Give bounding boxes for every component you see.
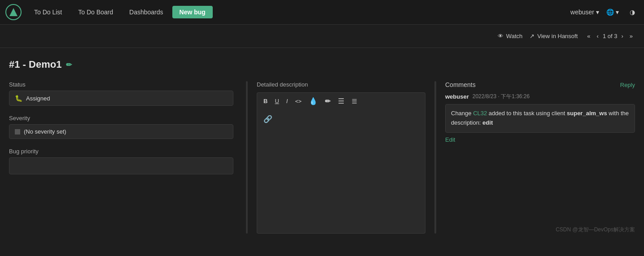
issue-title-row: #1 - Demo1 ✏ <box>9 59 635 70</box>
watch-label: Watch <box>506 33 522 39</box>
pagination-label: 1 of 3 <box>603 33 618 39</box>
status-value[interactable]: 🐛 Assigned <box>9 91 233 106</box>
comment-desc: edit <box>482 119 493 126</box>
bug-icon: 🐛 <box>15 95 22 102</box>
comment-timestamp: 2022/8/23 · 下午1:36:26 <box>473 93 530 100</box>
nav-item-dashboards[interactable]: Dashboards <box>122 6 171 18</box>
nav-items: To Do List To Do Board Dashboards New bu… <box>27 6 570 18</box>
right-column: Comments Reply webuser 2022/8/23 · 下午1:3… <box>440 81 635 234</box>
prev-page-button[interactable]: ‹ <box>595 32 601 40</box>
eraser-button[interactable]: ✏ <box>322 96 333 107</box>
chevron-down-icon: ▾ <box>596 9 599 16</box>
description-label: Detailed description <box>257 81 425 88</box>
right-divider <box>434 81 436 234</box>
logo[interactable] <box>5 4 22 20</box>
theme-icon: ◑ <box>630 9 635 16</box>
comment-client-name: super_alm_ws <box>567 110 607 117</box>
status-field: Status 🐛 Assigned <box>9 81 233 106</box>
top-navigation: To Do List To Do Board Dashboards New bu… <box>0 0 644 25</box>
comments-title: Comments <box>445 81 476 88</box>
theme-toggle-button[interactable]: ◑ <box>626 7 639 17</box>
link-button[interactable]: 🔗 <box>262 114 421 124</box>
left-divider <box>246 81 248 234</box>
nav-right: webuser ▾ 🌐 ▾ ◑ <box>570 7 639 17</box>
editor-toolbar: B U I <> 💧 ✏ ☰ ≣ <box>257 92 425 109</box>
comment-body: Change CL32 added to this task using cli… <box>445 104 635 133</box>
reply-button[interactable]: Reply <box>620 82 635 88</box>
watch-button[interactable]: 👁 Watch <box>498 33 522 39</box>
editor-body[interactable]: 🔗 <box>257 109 425 234</box>
severity-value[interactable]: (No severity set) <box>9 124 233 139</box>
underline-button[interactable]: U <box>272 96 281 106</box>
unordered-list-button[interactable]: ☰ <box>335 95 347 107</box>
left-column: Status 🐛 Assigned Severity (No severity … <box>9 81 242 234</box>
color-drop-button[interactable]: 💧 <box>306 95 320 107</box>
issue-title: #1 - Demo1 <box>9 59 61 70</box>
middle-column: Detailed description B U I <> 💧 ✏ ☰ ≣ 🔗 <box>251 81 431 234</box>
next-page-button[interactable]: › <box>619 32 625 40</box>
priority-field: Bug priority <box>9 148 233 174</box>
severity-field: Severity (No severity set) <box>9 115 233 139</box>
comment-username: webuser <box>445 93 469 100</box>
comment-cl-link[interactable]: CL32 <box>473 110 487 117</box>
nav-item-todo-list[interactable]: To Do List <box>27 6 69 18</box>
comment-edit-button[interactable]: Edit <box>445 136 635 143</box>
comment-text-middle: added to this task using client <box>487 110 567 117</box>
code-button[interactable]: <> <box>292 97 304 106</box>
edit-title-icon[interactable]: ✏ <box>66 61 72 69</box>
bold-button[interactable]: B <box>261 96 270 106</box>
view-label: View in Hansoft <box>537 33 578 39</box>
italic-button[interactable]: I <box>284 96 291 106</box>
user-menu[interactable]: webuser ▾ <box>570 9 599 16</box>
view-in-hansoft-button[interactable]: ↗ View in Hansoft <box>530 33 578 39</box>
comment-meta: webuser 2022/8/23 · 下午1:36:26 <box>445 93 635 100</box>
main-content: #1 - Demo1 ✏ Status 🐛 Assigned Severity … <box>0 48 644 243</box>
comment-text-prefix: Change <box>451 110 473 117</box>
logo-icon <box>9 8 18 16</box>
toolbar-row: 👁 Watch ↗ View in Hansoft « ‹ 1 of 3 › » <box>0 25 644 48</box>
nav-item-todo-board[interactable]: To Do Board <box>71 6 120 18</box>
eye-icon: 👁 <box>498 33 504 39</box>
globe-button[interactable]: 🌐 ▾ <box>603 7 622 17</box>
severity-text: (No severity set) <box>24 128 66 135</box>
last-page-button[interactable]: » <box>627 32 635 40</box>
priority-value[interactable] <box>9 157 233 174</box>
status-label: Status <box>9 81 233 88</box>
watermark: CSDN @龙智—DevOps解决方案 <box>445 226 635 234</box>
severity-label: Severity <box>9 115 233 121</box>
status-text: Assigned <box>26 95 50 102</box>
ordered-list-button[interactable]: ≣ <box>349 95 360 107</box>
external-link-icon: ↗ <box>530 33 534 39</box>
nav-item-new-bug[interactable]: New bug <box>172 6 213 18</box>
username-label: webuser <box>570 9 594 16</box>
severity-box-icon <box>15 129 20 135</box>
first-page-button[interactable]: « <box>585 32 592 40</box>
priority-label: Bug priority <box>9 148 233 155</box>
comments-header: Comments Reply <box>445 81 635 88</box>
pagination-controls: « ‹ 1 of 3 › » <box>585 32 635 40</box>
columns-container: Status 🐛 Assigned Severity (No severity … <box>9 81 635 234</box>
globe-chevron: ▾ <box>616 9 619 16</box>
globe-icon: 🌐 <box>606 9 614 16</box>
